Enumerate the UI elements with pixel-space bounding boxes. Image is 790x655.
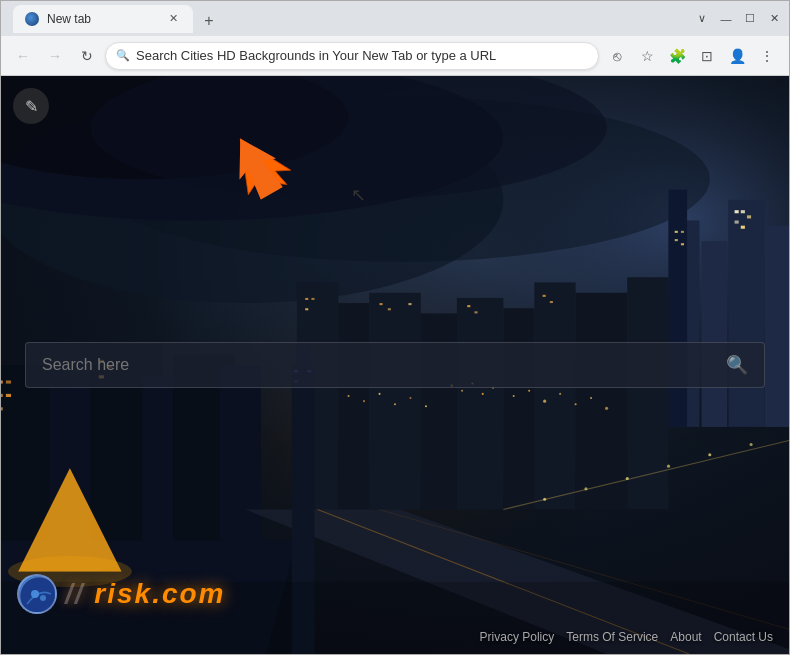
svg-rect-28 <box>305 298 308 300</box>
minimize-button[interactable]: — <box>719 12 733 26</box>
svg-point-80 <box>378 393 380 395</box>
svg-rect-25 <box>534 282 575 509</box>
svg-point-73 <box>543 400 546 403</box>
svg-rect-37 <box>550 301 553 303</box>
svg-rect-21 <box>369 293 421 510</box>
svg-point-75 <box>575 403 577 405</box>
maximize-button[interactable]: ☐ <box>743 12 757 26</box>
svg-rect-7 <box>728 200 764 427</box>
new-tab-button[interactable]: + <box>197 9 221 33</box>
svg-point-71 <box>513 395 515 397</box>
profile-button[interactable]: 👤 <box>723 42 751 70</box>
search-input[interactable] <box>42 356 716 374</box>
svg-rect-44 <box>1 380 3 383</box>
svg-point-100 <box>40 595 46 601</box>
terms-of-service-link[interactable]: Terms Of Service <box>566 630 658 644</box>
title-bar: New tab ✕ + ∨ — ☐ ✕ <box>1 1 789 36</box>
svg-point-89 <box>708 453 711 456</box>
logo-icon <box>17 574 57 614</box>
search-icon-address: 🔍 <box>116 49 130 62</box>
page-content: ↖ ✎ 🔍 // ris <box>1 76 789 654</box>
svg-point-85 <box>543 498 546 501</box>
browser-window: New tab ✕ + ∨ — ☐ ✕ ← → ↻ 🔍 Search Citie… <box>0 0 790 655</box>
svg-point-82 <box>409 397 411 399</box>
svg-rect-13 <box>681 243 684 245</box>
tabs-area: New tab ✕ + <box>9 5 695 33</box>
svg-rect-30 <box>305 308 308 310</box>
nav-actions: ⎋ ☆ 🧩 ⊡ 👤 ⋮ <box>603 42 781 70</box>
svg-rect-36 <box>543 295 546 297</box>
privacy-policy-link[interactable]: Privacy Policy <box>480 630 555 644</box>
contact-us-link[interactable]: Contact Us <box>714 630 773 644</box>
svg-rect-9 <box>669 190 688 427</box>
active-tab[interactable]: New tab ✕ <box>13 5 193 33</box>
footer-links: Privacy Policy Terms Of Service About Co… <box>480 630 773 644</box>
logo-text-main: risk.com <box>94 578 225 609</box>
tab-search-button[interactable]: ⊡ <box>693 42 721 70</box>
svg-rect-45 <box>6 380 11 383</box>
about-link[interactable]: About <box>670 630 701 644</box>
refresh-button[interactable]: ↻ <box>73 42 101 70</box>
svg-rect-20 <box>338 303 369 509</box>
svg-rect-18 <box>741 226 745 229</box>
edit-icon: ✎ <box>25 97 38 116</box>
svg-point-87 <box>626 477 629 480</box>
svg-point-74 <box>559 393 561 395</box>
svg-rect-47 <box>6 394 11 397</box>
svg-rect-17 <box>735 221 739 224</box>
svg-rect-15 <box>741 210 745 213</box>
svg-point-77 <box>605 407 608 410</box>
svg-rect-33 <box>408 303 411 305</box>
tab-close-button[interactable]: ✕ <box>165 11 181 27</box>
address-text: Search Cities HD Backgrounds in Your New… <box>136 48 588 63</box>
svg-rect-6 <box>702 241 728 427</box>
svg-rect-24 <box>503 308 534 509</box>
svg-point-79 <box>363 400 365 402</box>
logo-text-prefix: // risk.com <box>65 578 226 610</box>
svg-rect-34 <box>467 305 470 307</box>
svg-point-78 <box>348 395 350 397</box>
svg-rect-31 <box>380 303 383 305</box>
svg-rect-11 <box>681 231 684 233</box>
site-logo: // risk.com <box>17 574 226 614</box>
svg-point-88 <box>667 465 670 468</box>
close-button[interactable]: ✕ <box>767 12 781 26</box>
chevron-down-control[interactable]: ∨ <box>695 12 709 26</box>
svg-point-86 <box>584 487 587 490</box>
edit-customize-button[interactable]: ✎ <box>13 88 49 124</box>
logo-area: // risk.com <box>1 574 789 614</box>
tab-title: New tab <box>47 12 157 26</box>
extensions-button[interactable]: 🧩 <box>663 42 691 70</box>
search-bar[interactable]: 🔍 <box>25 342 765 388</box>
back-button[interactable]: ← <box>9 42 37 70</box>
svg-point-81 <box>394 403 396 405</box>
svg-rect-32 <box>388 308 391 310</box>
svg-rect-26 <box>576 293 628 510</box>
svg-rect-10 <box>675 231 678 233</box>
menu-button[interactable]: ⋮ <box>753 42 781 70</box>
svg-point-83 <box>425 405 427 407</box>
svg-rect-8 <box>765 226 789 427</box>
svg-point-69 <box>482 393 484 395</box>
bookmark-button[interactable]: ☆ <box>633 42 661 70</box>
svg-rect-48 <box>1 407 3 410</box>
svg-rect-29 <box>311 298 314 300</box>
svg-point-90 <box>750 443 753 446</box>
navigation-bar: ← → ↻ 🔍 Search Cities HD Backgrounds in … <box>1 36 789 76</box>
mouse-cursor: ↖ <box>351 184 366 206</box>
address-bar[interactable]: 🔍 Search Cities HD Backgrounds in Your N… <box>105 42 599 70</box>
tab-favicon <box>25 12 39 26</box>
search-container: 🔍 <box>25 342 765 388</box>
search-submit-icon[interactable]: 🔍 <box>726 354 748 376</box>
forward-button[interactable]: → <box>41 42 69 70</box>
svg-rect-46 <box>1 394 3 397</box>
window-controls: ∨ — ☐ ✕ <box>695 12 781 26</box>
svg-rect-14 <box>735 210 739 213</box>
svg-point-72 <box>528 390 530 392</box>
svg-rect-16 <box>747 215 751 218</box>
svg-point-76 <box>590 397 592 399</box>
share-button[interactable]: ⎋ <box>603 42 631 70</box>
svg-point-67 <box>461 390 463 392</box>
svg-rect-35 <box>474 311 477 313</box>
svg-rect-12 <box>675 239 678 241</box>
